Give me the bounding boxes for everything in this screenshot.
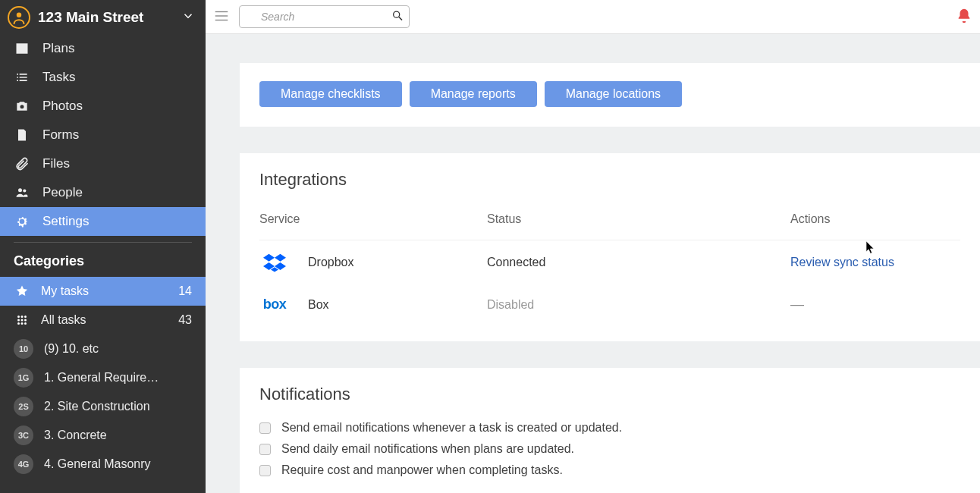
- gear-icon: [14, 213, 30, 230]
- grid-icon: [14, 313, 30, 327]
- svg-point-3: [23, 189, 26, 192]
- notification-label: Send email notifications whenever a task…: [281, 421, 622, 435]
- svg-point-12: [24, 322, 27, 325]
- camera-icon: [14, 98, 30, 115]
- svg-point-1: [20, 105, 24, 108]
- notification-label: Send daily email notifications when plan…: [281, 442, 574, 456]
- col-status: Status: [487, 212, 790, 226]
- notification-label: Require cost and manpower when completin…: [281, 463, 563, 477]
- category-item[interactable]: 10 (9) 10. etc: [0, 334, 206, 363]
- category-label: My tasks: [41, 284, 89, 298]
- svg-point-0: [17, 12, 22, 17]
- svg-point-5: [21, 316, 24, 318]
- nav-label: Photos: [42, 99, 83, 114]
- notifications-card: Notifications Send email notifications w…: [240, 368, 980, 493]
- svg-point-11: [21, 322, 24, 325]
- category-item[interactable]: 3C 3. Concrete: [0, 421, 206, 450]
- integration-row-box: box Box Disabled —: [259, 284, 960, 325]
- search-input[interactable]: [239, 5, 410, 28]
- nav-label: Forms: [42, 127, 79, 143]
- category-badge: 4G: [14, 454, 33, 474]
- svg-point-16: [394, 11, 400, 17]
- sidebar-item-settings[interactable]: Settings: [0, 207, 206, 236]
- nav-label: Plans: [42, 41, 75, 56]
- manage-locations-button[interactable]: Manage locations: [545, 81, 682, 107]
- sidebar: 123 Main Street Plans Tasks Photos Forms…: [0, 0, 206, 493]
- project-title: 123 Main Street: [38, 9, 174, 26]
- integration-name: Box: [308, 298, 329, 312]
- category-count: 43: [178, 313, 192, 327]
- topbar: [206, 0, 980, 34]
- notification-option[interactable]: Require cost and manpower when completin…: [259, 463, 960, 477]
- categories-title: Categories: [0, 246, 206, 277]
- integrations-header-row: Service Status Actions: [259, 206, 960, 240]
- category-badge: 2S: [14, 397, 33, 416]
- sidebar-divider: [14, 242, 192, 243]
- integration-status: Disabled: [487, 298, 790, 312]
- plans-icon: [14, 40, 30, 57]
- svg-point-6: [24, 316, 27, 318]
- notifications-bell-icon[interactable]: [956, 8, 972, 27]
- tasks-icon: [14, 69, 30, 86]
- manage-reports-button[interactable]: Manage reports: [410, 81, 537, 107]
- notification-checkbox[interactable]: [259, 444, 271, 455]
- category-item[interactable]: 4G 4. General Masonry: [0, 450, 206, 479]
- sidebar-item-people[interactable]: People: [0, 178, 206, 207]
- svg-point-9: [24, 319, 27, 322]
- sidebar-item-plans[interactable]: Plans: [0, 34, 206, 63]
- category-my-tasks[interactable]: My tasks 14: [0, 277, 206, 306]
- integrations-title: Integrations: [259, 170, 960, 190]
- integrations-card: Integrations Service Status Actions Drop…: [240, 153, 980, 341]
- main-content: Manage checklists Manage reports Manage …: [206, 34, 980, 493]
- nav-label: Tasks: [42, 70, 75, 85]
- svg-point-10: [17, 322, 20, 325]
- category-all-tasks[interactable]: All tasks 43: [0, 306, 206, 334]
- forms-icon: [14, 127, 30, 143]
- project-selector[interactable]: 123 Main Street: [0, 0, 206, 34]
- category-label: 4. General Masonry: [44, 457, 151, 471]
- review-sync-status-link[interactable]: Review sync status: [790, 256, 894, 268]
- notification-checkbox[interactable]: [259, 465, 271, 476]
- integration-row-dropbox: Dropbox Connected Review sync status: [259, 240, 960, 284]
- category-badge: 1G: [14, 368, 33, 388]
- category-badge: 10: [14, 339, 33, 359]
- category-badge: 3C: [14, 425, 33, 445]
- app-logo-icon: [8, 6, 30, 29]
- search-icon[interactable]: [391, 10, 404, 24]
- category-count: 14: [178, 284, 192, 298]
- category-label: (9) 10. etc: [44, 342, 99, 356]
- people-icon: [14, 184, 30, 201]
- col-service: Service: [259, 212, 487, 226]
- search-box: [239, 5, 410, 28]
- integration-status: Connected: [487, 256, 790, 269]
- sidebar-item-tasks[interactable]: Tasks: [0, 63, 206, 92]
- manage-checklists-button[interactable]: Manage checklists: [259, 81, 402, 107]
- svg-point-8: [21, 319, 24, 322]
- category-label: 3. Concrete: [44, 429, 107, 442]
- category-label: 2. Site Construction: [44, 400, 150, 413]
- dropbox-icon: [259, 253, 290, 272]
- category-item[interactable]: 2S 2. Site Construction: [0, 392, 206, 421]
- nav-label: People: [42, 185, 83, 200]
- svg-point-7: [17, 319, 20, 322]
- category-label: All tasks: [41, 313, 86, 327]
- notification-checkbox[interactable]: [259, 422, 271, 434]
- box-icon: box: [259, 297, 290, 312]
- nav-label: Settings: [42, 214, 89, 229]
- sidebar-item-photos[interactable]: Photos: [0, 92, 206, 121]
- category-item[interactable]: 1G 1. General Requireme…: [0, 363, 206, 392]
- manage-card: Manage checklists Manage reports Manage …: [240, 63, 980, 127]
- notification-option[interactable]: Send daily email notifications when plan…: [259, 442, 960, 456]
- paperclip-icon: [14, 155, 30, 172]
- sidebar-item-forms[interactable]: Forms: [0, 121, 206, 149]
- col-actions: Actions: [790, 212, 960, 226]
- chevron-down-icon[interactable]: [181, 9, 195, 25]
- notification-option[interactable]: Send email notifications whenever a task…: [259, 421, 960, 435]
- sidebar-item-files[interactable]: Files: [0, 149, 206, 178]
- nav-label: Files: [42, 156, 70, 171]
- menu-icon[interactable]: [213, 8, 230, 27]
- integration-action-none: —: [790, 297, 960, 312]
- category-label: 1. General Requireme…: [44, 371, 165, 385]
- notifications-title: Notifications: [259, 385, 960, 404]
- star-icon: [14, 284, 30, 298]
